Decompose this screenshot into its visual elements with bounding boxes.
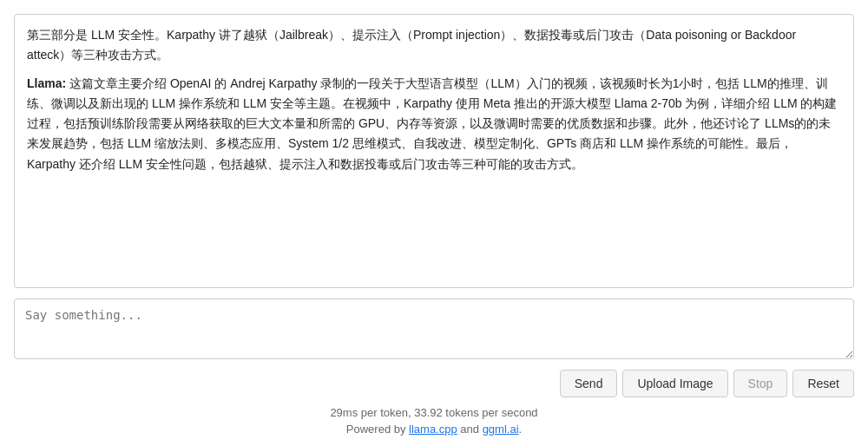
upload-image-button[interactable]: Upload Image: [622, 370, 727, 397]
llama-response: Llama: 这篇文章主要介绍 OpenAI 的 Andrej Karpathy…: [27, 74, 841, 174]
reset-button[interactable]: Reset: [792, 370, 854, 397]
powered-row: Powered by llama.cpp and ggml.ai.: [0, 421, 868, 446]
llama-label: Llama:: [27, 76, 66, 90]
paragraph1-text: 第三部分是 LLM 安全性。Karpathy 讲了越狱（Jailbreak）、提…: [27, 28, 796, 62]
paragraph1: 第三部分是 LLM 安全性。Karpathy 讲了越狱（Jailbreak）、提…: [27, 25, 841, 65]
send-button[interactable]: Send: [560, 370, 618, 397]
powered-prefix: Powered by: [346, 423, 409, 436]
chat-container: 第三部分是 LLM 安全性。Karpathy 讲了越狱（Jailbreak）、提…: [0, 0, 868, 446]
message-input[interactable]: [14, 298, 854, 359]
paragraph2-text: 这篇文章主要介绍 OpenAI 的 Andrej Karpathy 录制的一段关…: [27, 76, 837, 170]
message-area: 第三部分是 LLM 安全性。Karpathy 讲了越狱（Jailbreak）、提…: [14, 14, 854, 288]
stop-button[interactable]: Stop: [733, 370, 788, 397]
llama-cpp-link[interactable]: llama.cpp: [409, 423, 457, 436]
ggml-link[interactable]: ggml.ai: [483, 423, 519, 436]
powered-middle: and: [457, 423, 483, 436]
stats-text: 29ms per token, 33.92 tokens per second: [330, 406, 537, 419]
powered-suffix: .: [519, 423, 523, 436]
button-row: Send Upload Image Stop Reset: [0, 363, 868, 403]
stats-row: 29ms per token, 33.92 tokens per second: [0, 403, 868, 421]
input-section: [0, 288, 868, 363]
